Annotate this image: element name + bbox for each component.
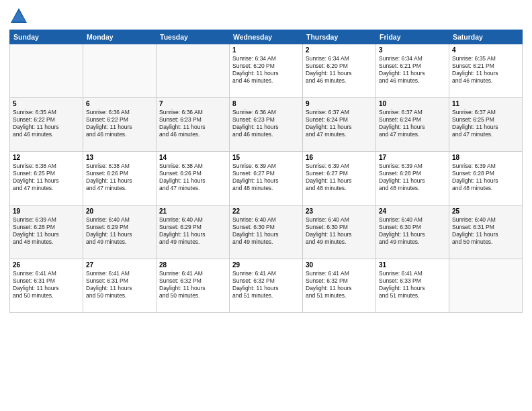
day-info: Sunrise: 6:34 AM Sunset: 6:21 PM Dayligh…	[379, 55, 446, 85]
calendar-cell: 3Sunrise: 6:34 AM Sunset: 6:21 PM Daylig…	[376, 44, 449, 98]
calendar-week-row: 1Sunrise: 6:34 AM Sunset: 6:20 PM Daylig…	[10, 44, 523, 98]
weekday-header-tuesday: Tuesday	[157, 30, 230, 44]
day-number: 9	[306, 100, 373, 107]
calendar-cell: 4Sunrise: 6:35 AM Sunset: 6:21 PM Daylig…	[449, 44, 523, 98]
day-number: 8	[232, 100, 300, 107]
day-number: 15	[232, 154, 300, 161]
calendar-cell: 13Sunrise: 6:38 AM Sunset: 6:26 PM Dayli…	[83, 152, 157, 205]
calendar-cell: 17Sunrise: 6:39 AM Sunset: 6:28 PM Dayli…	[376, 152, 449, 205]
page: SundayMondayTuesdayWednesdayThursdayFrid…	[0, 0, 532, 411]
calendar-cell: 18Sunrise: 6:39 AM Sunset: 6:28 PM Dayli…	[449, 152, 523, 205]
calendar-cell: 1Sunrise: 6:34 AM Sunset: 6:20 PM Daylig…	[230, 44, 303, 98]
day-number: 29	[232, 261, 300, 269]
day-info: Sunrise: 6:41 AM Sunset: 6:32 PM Dayligh…	[159, 270, 226, 300]
day-number: 25	[452, 208, 519, 215]
weekday-header-monday: Monday	[83, 30, 157, 44]
day-info: Sunrise: 6:34 AM Sunset: 6:20 PM Dayligh…	[306, 55, 373, 85]
day-number: 6	[86, 100, 153, 107]
calendar-cell: 10Sunrise: 6:37 AM Sunset: 6:24 PM Dayli…	[376, 98, 449, 152]
day-number: 17	[379, 154, 446, 161]
weekday-header-friday: Friday	[376, 30, 449, 44]
day-info: Sunrise: 6:40 AM Sunset: 6:30 PM Dayligh…	[232, 216, 300, 246]
svg-marker-1	[12, 11, 26, 21]
day-info: Sunrise: 6:41 AM Sunset: 6:31 PM Dayligh…	[86, 270, 153, 300]
day-info: Sunrise: 6:35 AM Sunset: 6:21 PM Dayligh…	[452, 55, 519, 85]
weekday-header-sunday: Sunday	[10, 30, 83, 44]
calendar-table: SundayMondayTuesdayWednesdayThursdayFrid…	[9, 30, 523, 313]
day-info: Sunrise: 6:35 AM Sunset: 6:22 PM Dayligh…	[13, 109, 80, 138]
day-info: Sunrise: 6:38 AM Sunset: 6:26 PM Dayligh…	[86, 163, 153, 192]
day-info: Sunrise: 6:39 AM Sunset: 6:27 PM Dayligh…	[232, 163, 300, 192]
day-info: Sunrise: 6:36 AM Sunset: 6:23 PM Dayligh…	[159, 109, 226, 138]
day-number: 12	[13, 154, 80, 161]
day-number: 23	[306, 208, 373, 215]
day-number: 27	[86, 261, 153, 269]
day-number: 1	[232, 46, 300, 54]
day-number: 21	[159, 208, 226, 215]
calendar-cell: 6Sunrise: 6:36 AM Sunset: 6:22 PM Daylig…	[83, 98, 157, 152]
weekday-header-saturday: Saturday	[449, 30, 523, 44]
day-info: Sunrise: 6:39 AM Sunset: 6:28 PM Dayligh…	[13, 216, 80, 246]
day-number: 18	[452, 154, 519, 161]
calendar-cell: 30Sunrise: 6:41 AM Sunset: 6:32 PM Dayli…	[303, 259, 376, 313]
day-number: 10	[379, 100, 446, 107]
calendar-cell: 2Sunrise: 6:34 AM Sunset: 6:20 PM Daylig…	[303, 44, 376, 98]
calendar-cell: 5Sunrise: 6:35 AM Sunset: 6:22 PM Daylig…	[10, 98, 83, 152]
calendar-cell: 11Sunrise: 6:37 AM Sunset: 6:25 PM Dayli…	[449, 98, 523, 152]
day-info: Sunrise: 6:38 AM Sunset: 6:26 PM Dayligh…	[159, 163, 226, 192]
day-info: Sunrise: 6:40 AM Sunset: 6:30 PM Dayligh…	[306, 216, 373, 246]
day-info: Sunrise: 6:41 AM Sunset: 6:33 PM Dayligh…	[379, 270, 446, 300]
day-number: 2	[306, 46, 373, 54]
day-info: Sunrise: 6:39 AM Sunset: 6:28 PM Dayligh…	[452, 163, 519, 192]
day-info: Sunrise: 6:36 AM Sunset: 6:23 PM Dayligh…	[232, 109, 300, 138]
day-info: Sunrise: 6:40 AM Sunset: 6:30 PM Dayligh…	[379, 216, 446, 246]
calendar-cell: 8Sunrise: 6:36 AM Sunset: 6:23 PM Daylig…	[230, 98, 303, 152]
calendar-cell: 19Sunrise: 6:39 AM Sunset: 6:28 PM Dayli…	[10, 205, 83, 259]
calendar-cell: 29Sunrise: 6:41 AM Sunset: 6:32 PM Dayli…	[230, 259, 303, 313]
calendar-cell	[83, 44, 157, 98]
day-info: Sunrise: 6:36 AM Sunset: 6:22 PM Dayligh…	[86, 109, 153, 138]
day-number: 19	[13, 208, 80, 215]
calendar-week-row: 12Sunrise: 6:38 AM Sunset: 6:25 PM Dayli…	[10, 152, 523, 205]
day-number: 30	[306, 261, 373, 269]
calendar-cell	[449, 259, 523, 313]
day-number: 31	[379, 261, 446, 269]
calendar-cell: 26Sunrise: 6:41 AM Sunset: 6:31 PM Dayli…	[10, 259, 83, 313]
calendar-cell: 12Sunrise: 6:38 AM Sunset: 6:25 PM Dayli…	[10, 152, 83, 205]
calendar-cell: 9Sunrise: 6:37 AM Sunset: 6:24 PM Daylig…	[303, 98, 376, 152]
calendar-cell: 23Sunrise: 6:40 AM Sunset: 6:30 PM Dayli…	[303, 205, 376, 259]
day-number: 24	[379, 208, 446, 215]
day-number: 22	[232, 208, 300, 215]
day-info: Sunrise: 6:40 AM Sunset: 6:29 PM Dayligh…	[159, 216, 226, 246]
calendar-week-row: 26Sunrise: 6:41 AM Sunset: 6:31 PM Dayli…	[10, 259, 523, 313]
day-number: 28	[159, 261, 226, 269]
day-info: Sunrise: 6:40 AM Sunset: 6:29 PM Dayligh…	[86, 216, 153, 246]
calendar-cell: 7Sunrise: 6:36 AM Sunset: 6:23 PM Daylig…	[157, 98, 230, 152]
calendar-week-row: 19Sunrise: 6:39 AM Sunset: 6:28 PM Dayli…	[10, 205, 523, 259]
calendar-cell: 25Sunrise: 6:40 AM Sunset: 6:31 PM Dayli…	[449, 205, 523, 259]
logo	[9, 7, 31, 26]
day-info: Sunrise: 6:37 AM Sunset: 6:24 PM Dayligh…	[379, 109, 446, 138]
day-info: Sunrise: 6:41 AM Sunset: 6:31 PM Dayligh…	[13, 270, 80, 300]
calendar-cell: 14Sunrise: 6:38 AM Sunset: 6:26 PM Dayli…	[157, 152, 230, 205]
calendar-week-row: 5Sunrise: 6:35 AM Sunset: 6:22 PM Daylig…	[10, 98, 523, 152]
calendar-cell: 21Sunrise: 6:40 AM Sunset: 6:29 PM Dayli…	[157, 205, 230, 259]
day-number: 14	[159, 154, 226, 161]
day-number: 7	[159, 100, 226, 107]
day-number: 20	[86, 208, 153, 215]
day-info: Sunrise: 6:38 AM Sunset: 6:25 PM Dayligh…	[13, 163, 80, 192]
header	[9, 7, 523, 26]
day-info: Sunrise: 6:40 AM Sunset: 6:31 PM Dayligh…	[452, 216, 519, 246]
calendar-cell: 20Sunrise: 6:40 AM Sunset: 6:29 PM Dayli…	[83, 205, 157, 259]
day-number: 5	[13, 100, 80, 107]
day-number: 26	[13, 261, 80, 269]
weekday-header-row: SundayMondayTuesdayWednesdayThursdayFrid…	[10, 30, 523, 44]
day-number: 11	[452, 100, 519, 107]
calendar-cell: 27Sunrise: 6:41 AM Sunset: 6:31 PM Dayli…	[83, 259, 157, 313]
day-number: 16	[306, 154, 373, 161]
day-number: 13	[86, 154, 153, 161]
calendar-cell: 31Sunrise: 6:41 AM Sunset: 6:33 PM Dayli…	[376, 259, 449, 313]
day-number: 3	[379, 46, 446, 54]
day-info: Sunrise: 6:41 AM Sunset: 6:32 PM Dayligh…	[306, 270, 373, 300]
calendar-cell: 15Sunrise: 6:39 AM Sunset: 6:27 PM Dayli…	[230, 152, 303, 205]
